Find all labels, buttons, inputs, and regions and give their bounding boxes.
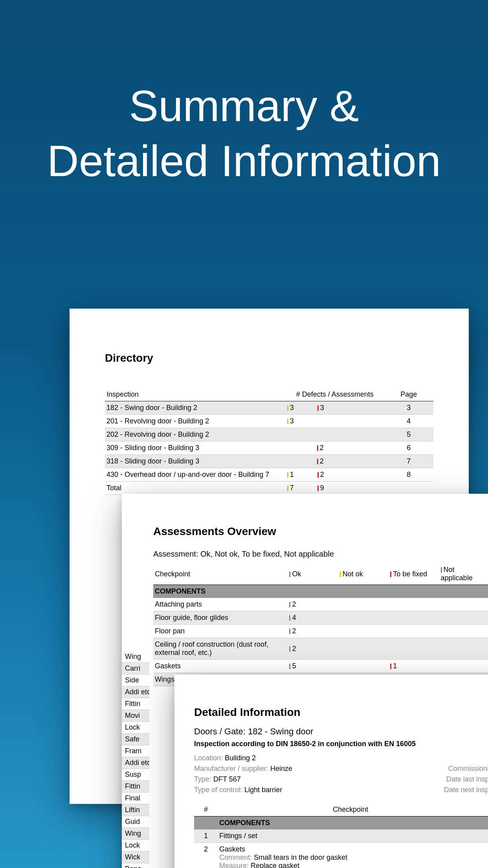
table-row: Gaskets51	[153, 660, 488, 673]
table-row: Floor guide, floor glides4	[153, 611, 488, 625]
col-defects: # Defects / Assessments	[286, 388, 384, 401]
truncated-column: Wing Carri Side Addi etc.) Fittin Movi L…	[122, 651, 149, 868]
table-row: Floor pan2	[153, 625, 488, 638]
table-row: 318 - Sliding door - Building 327	[105, 455, 433, 468]
assessments-table: Checkpoint Ok Not ok To be fixed Not app…	[153, 563, 488, 686]
table-row: Ceiling / roof construction (dust roof, …	[153, 638, 488, 660]
total-row: Total79	[105, 482, 433, 495]
section-header: COMPONENTS	[194, 817, 488, 830]
assessments-title: Assessments Overview	[153, 525, 488, 538]
detail-page: Detailed Information Doors / Gate: 182 -…	[174, 675, 488, 868]
table-row: 1 Fittings / set Not ok	[194, 829, 488, 843]
col-inspection: Inspection	[105, 388, 286, 401]
table-row: 2 Gaskets Comment: Small tears in the do…	[194, 843, 488, 868]
table-row: 201 - Revolving door - Building 234	[105, 415, 433, 428]
table-row: 309 - Sliding door - Building 326	[105, 441, 433, 455]
headline-line2: Detailed Information	[47, 136, 441, 186]
section-header: COMPONENTS	[153, 585, 488, 598]
detail-title: Detailed Information	[194, 706, 488, 719]
assessments-subtitle: Assessment: Ok, Not ok, To be fixed, Not…	[153, 550, 488, 559]
detail-subtitle: Doors / Gate: 182 - Swing door	[194, 726, 488, 737]
table-row: 202 - Revolving door - Building 25	[105, 428, 433, 441]
col-checkpoint: Checkpoint	[153, 563, 288, 585]
headline: Summary & Detailed Information	[0, 0, 488, 189]
detail-table: # Checkpoint Assessment COMPONENTS 1 Fit…	[194, 803, 488, 868]
col-page: Page	[384, 388, 433, 401]
detail-meta: Location: Building 2 Manufacturer / supp…	[194, 753, 488, 795]
detail-norm: Inspection according to DIN 18650-2 in c…	[194, 740, 488, 748]
table-row: Attaching parts2	[153, 598, 488, 611]
table-row: 182 - Swing door - Building 2333	[105, 401, 433, 415]
directory-title: Directory	[105, 352, 433, 364]
directory-table: Inspection # Defects / Assessments Page …	[105, 388, 433, 495]
headline-line1: Summary &	[129, 81, 359, 131]
table-row: 430 - Overhead door / up-and-over door -…	[105, 468, 433, 482]
